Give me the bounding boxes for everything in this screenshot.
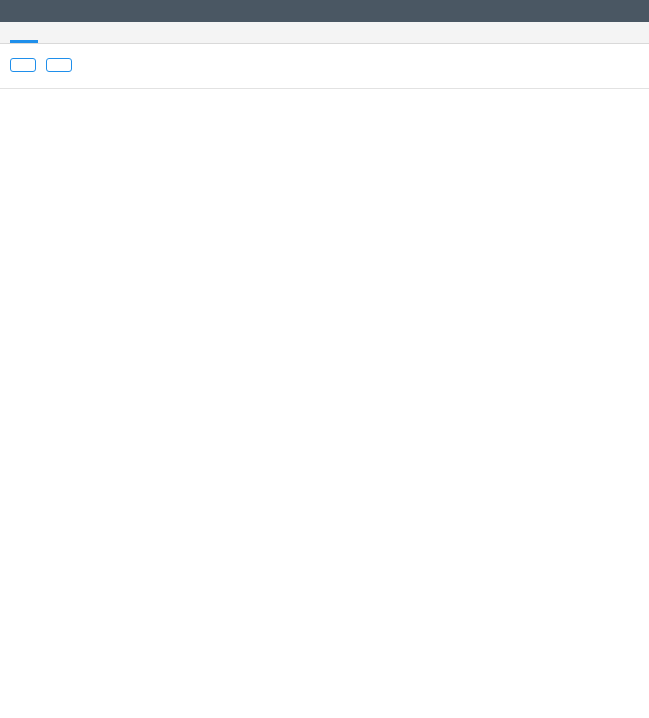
- download-file-button[interactable]: [46, 58, 72, 72]
- rule-header: [0, 0, 649, 22]
- tab-bar: [0, 22, 649, 44]
- tab-history[interactable]: [38, 22, 66, 43]
- toolbar: [0, 44, 649, 82]
- upload-file-button[interactable]: [10, 58, 36, 72]
- hand-annotation: [0, 89, 649, 640]
- tab-main[interactable]: [10, 22, 38, 43]
- code-editor[interactable]: [0, 88, 649, 640]
